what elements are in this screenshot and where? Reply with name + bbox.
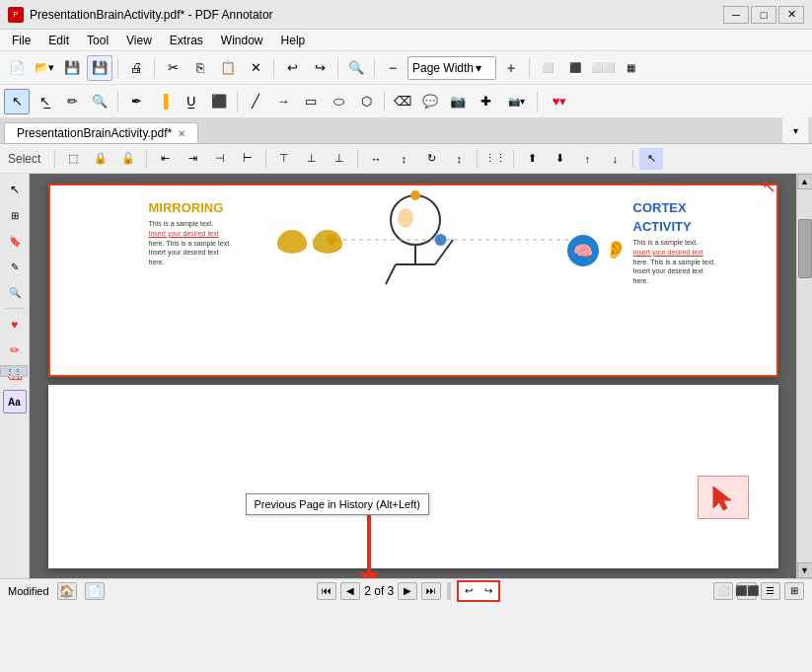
select-text-tool[interactable]: ↖̲ (32, 89, 57, 114)
find-button[interactable]: 🔍 (343, 55, 369, 81)
view-continuous-button[interactable]: ☰ (761, 582, 780, 600)
sidebar-text-btn[interactable]: Aa (3, 390, 27, 413)
polygon-tool[interactable]: ⬡ (353, 89, 379, 114)
tab-close-button[interactable]: ✕ (178, 128, 185, 139)
minimize-button[interactable]: ─ (723, 6, 749, 24)
insert-tool[interactable]: ✚ (473, 89, 498, 114)
sidebar-pages-btn[interactable]: ⊞ (3, 203, 27, 227)
sidebar-bookmarks-btn[interactable]: 🔖 (3, 229, 27, 253)
delete-button[interactable]: ✕ (243, 55, 268, 81)
hist-back-button[interactable]: ↩ (459, 582, 479, 600)
rect-tool[interactable]: ▭ (298, 89, 324, 114)
menu-view[interactable]: View (118, 32, 160, 49)
group-btn[interactable]: ⋮⋮ (483, 148, 507, 170)
maximize-button[interactable]: □ (751, 6, 776, 24)
next-page-button[interactable]: ▶ (398, 582, 417, 600)
prev-page-button[interactable]: ◀ (340, 582, 360, 600)
first-page-button[interactable]: ⏮ (317, 582, 336, 600)
ellipse-tool[interactable]: ⬭ (326, 89, 351, 114)
menu-edit[interactable]: Edit (40, 32, 77, 49)
document-tab[interactable]: PresentationBrainActivity.pdf* ✕ (4, 122, 198, 143)
panel-collapse-handle[interactable]: ⋮⋮ (0, 365, 28, 377)
fit-page-button[interactable]: ⬜ (535, 55, 560, 81)
undo-button[interactable]: ↩ (279, 55, 305, 81)
view-double-button[interactable]: ⬛⬛ (737, 582, 757, 600)
rotate-btn[interactable]: ↻ (419, 148, 443, 170)
heart-tool[interactable]: ♥▾ (543, 89, 576, 114)
zoom-dropdown[interactable]: Page Width ▾ (407, 56, 496, 80)
align-mid-btn[interactable]: ⊥ (300, 148, 324, 170)
save-button[interactable]: 💾 (59, 55, 85, 81)
last-page-button[interactable]: ⏭ (421, 582, 441, 600)
extra-tool[interactable]: 📷▾ (500, 89, 532, 114)
select-all-btn[interactable]: ⬚ (61, 148, 85, 170)
sidebar-annotations-btn[interactable]: ✎ (3, 255, 27, 278)
align-top-btn[interactable]: ⊤ (272, 148, 296, 170)
scroll-up-button[interactable]: ▲ (797, 174, 813, 189)
order-down-btn[interactable]: ↓ (603, 148, 627, 170)
flip-v-btn[interactable]: ↕ (392, 148, 415, 170)
line-tool[interactable]: ╱ (243, 89, 268, 114)
highlight-tool2[interactable]: ▐ (151, 89, 177, 114)
align-bot-btn[interactable]: ⊥ (328, 148, 351, 170)
move-right-btn[interactable]: ⇥ (181, 148, 204, 170)
menu-help[interactable]: Help (273, 32, 314, 49)
view-button[interactable]: ▦ (618, 55, 643, 81)
size-btn[interactable]: ↕ (447, 148, 471, 170)
copy-button[interactable]: ⎘ (187, 55, 213, 81)
zoom-out-button[interactable]: − (380, 55, 406, 81)
zoom-tool[interactable]: 🔍 (87, 89, 112, 114)
pointer-btn[interactable]: ↖ (639, 148, 663, 170)
pen-tool[interactable]: ✒ (123, 89, 149, 114)
flip-h-btn[interactable]: ↔ (364, 148, 388, 170)
paste-button[interactable]: 📋 (215, 55, 241, 81)
center-btn[interactable]: ⊢ (236, 148, 259, 170)
highlight-tool[interactable]: ✏ (59, 89, 85, 114)
view-spread-button[interactable]: ⊞ (784, 582, 804, 600)
save-extra-button[interactable]: 💾 (87, 55, 112, 81)
zoom-in-button[interactable]: + (498, 55, 524, 81)
sidebar-heart-btn[interactable]: ♥ (3, 313, 27, 336)
fit-width-button[interactable]: ⬛ (562, 55, 588, 81)
unlock-btn[interactable]: 🔓 (116, 148, 140, 170)
sidebar-cursor-btn[interactable]: ↖ (3, 178, 27, 201)
redo-button[interactable]: ↪ (307, 55, 332, 81)
scroll-thumb[interactable] (798, 219, 812, 278)
menu-file[interactable]: File (4, 32, 38, 49)
menu-tool[interactable]: Tool (79, 32, 116, 49)
cut-button[interactable]: ✂ (160, 55, 185, 81)
view-single-button[interactable]: ⬜ (713, 582, 733, 600)
go-to-page-button[interactable]: 🏠 (57, 582, 77, 600)
menu-window[interactable]: Window (213, 32, 271, 49)
order-back-btn[interactable]: ⬇ (548, 148, 571, 170)
pdf-viewer[interactable]: ↖ MIRRORING This is a sample text. Inser… (30, 174, 796, 578)
connector-line (312, 240, 569, 242)
sidebar-pen-btn[interactable]: ✏ (3, 338, 27, 362)
sticky-note-tool[interactable]: 💬 (417, 89, 443, 114)
new-button[interactable]: 📄 (4, 55, 30, 81)
scroll-track[interactable] (797, 189, 813, 562)
doc-properties-button[interactable]: 📄 (85, 582, 105, 600)
order-up-btn[interactable]: ↑ (575, 148, 599, 170)
tab-menu-button[interactable]: ▾ (782, 117, 808, 143)
close-button[interactable]: ✕ (778, 6, 804, 24)
order-front-btn[interactable]: ⬆ (520, 148, 544, 170)
print-button[interactable]: 🖨 (123, 55, 149, 81)
move-left-btn[interactable]: ⇤ (153, 148, 177, 170)
scroll-down-button[interactable]: ▼ (797, 562, 813, 578)
select-tool[interactable]: ↖ (4, 89, 30, 114)
full-screen-button[interactable]: ⬜⬜ (590, 55, 616, 81)
open-button[interactable]: 📂▾ (32, 55, 57, 81)
hist-fwd-button[interactable]: ↪ (479, 582, 498, 600)
menu-extras[interactable]: Extras (162, 32, 211, 49)
lock-btn[interactable]: 🔒 (89, 148, 112, 170)
stamp-tool[interactable]: ⬛ (206, 89, 232, 114)
sidebar-search-btn[interactable]: 🔍 (3, 280, 27, 304)
underline-tool[interactable]: U̲ (179, 89, 204, 114)
eraser-tool[interactable]: ⌫ (390, 89, 415, 114)
arrow-tool[interactable]: → (270, 89, 296, 114)
align-btn[interactable]: ⊣ (208, 148, 232, 170)
camera-tool[interactable]: 📷 (445, 89, 471, 114)
scrollbar-vertical[interactable]: ▲ ▼ (796, 174, 812, 578)
window-controls[interactable]: ─ □ ✕ (723, 6, 804, 24)
